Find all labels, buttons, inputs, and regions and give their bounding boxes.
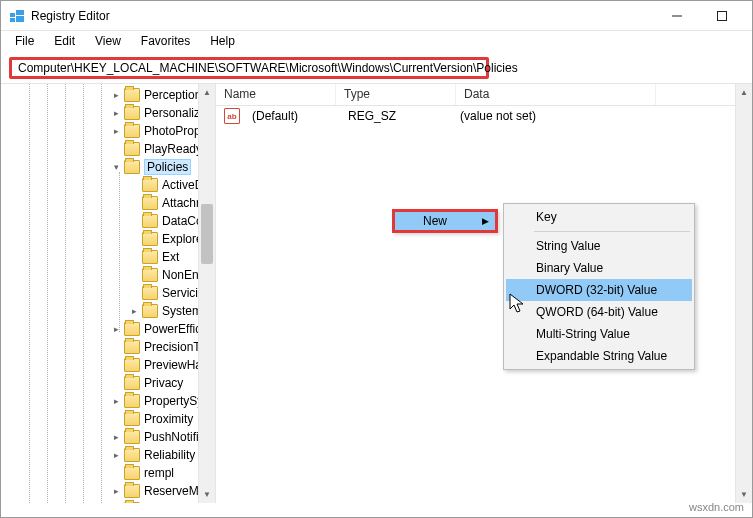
scroll-up-icon[interactable]: ▲	[199, 84, 215, 101]
tree-vertical-scrollbar[interactable]: ▲ ▼	[198, 84, 215, 503]
collapse-icon[interactable]: ▾	[111, 162, 122, 173]
maximize-button[interactable]	[699, 1, 744, 30]
scroll-down-icon[interactable]: ▼	[199, 486, 215, 503]
expand-icon[interactable]: ▸	[111, 396, 122, 407]
menu-item[interactable]: Binary Value	[506, 257, 692, 279]
tree-item[interactable]: Explorer	[1, 230, 215, 248]
folder-icon	[124, 502, 140, 503]
col-type[interactable]: Type	[336, 84, 456, 105]
tree-item[interactable]: ▸PropertySys	[1, 392, 215, 410]
tree-item[interactable]: ▸Reliability	[1, 446, 215, 464]
menu-item-label: Key	[536, 210, 557, 224]
folder-icon	[124, 394, 140, 408]
tree-content: ▸Perception!▸Personaliza▸PhotoPropePlayR…	[1, 84, 215, 503]
tree-item[interactable]: Servicing	[1, 284, 215, 302]
tree-leaf	[129, 198, 140, 209]
tree-item[interactable]: PreviewHan	[1, 356, 215, 374]
tree-item[interactable]: Privacy	[1, 374, 215, 392]
context-menu-primary[interactable]: New ▶	[392, 209, 498, 233]
col-name[interactable]: Name	[216, 84, 336, 105]
folder-icon	[124, 412, 140, 426]
tree-item[interactable]: ▸System	[1, 302, 215, 320]
expand-icon[interactable]: ▸	[111, 450, 122, 461]
menu-favorites[interactable]: Favorites	[133, 32, 198, 50]
tree-item[interactable]: Ext	[1, 248, 215, 266]
tree-item-label: System	[162, 304, 202, 318]
menu-item[interactable]: Expandable String Value	[506, 345, 692, 367]
tree-item[interactable]: rempl	[1, 464, 215, 482]
svg-rect-1	[10, 18, 15, 22]
tree-item-label: PlayReady	[144, 142, 202, 156]
expand-icon[interactable]: ▸	[129, 306, 140, 317]
tree-item[interactable]: NonEnu	[1, 266, 215, 284]
address-bar[interactable]: Computer\HKEY_LOCAL_MACHINE\SOFTWARE\Mic…	[9, 57, 489, 79]
menu-item[interactable]: Key	[506, 206, 692, 228]
tree-item-label: Privacy	[144, 376, 183, 390]
menu-item[interactable]: QWORD (64-bit) Value	[506, 301, 692, 323]
expand-icon[interactable]: ▸	[111, 126, 122, 137]
tree-leaf	[111, 342, 122, 353]
folder-icon	[124, 88, 140, 102]
folder-icon	[124, 484, 140, 498]
window-controls	[654, 1, 744, 30]
svg-rect-0	[10, 13, 15, 17]
tree-item[interactable]: Attachm	[1, 194, 215, 212]
tree-item[interactable]: RetailDemo	[1, 500, 215, 503]
tree-leaf	[111, 468, 122, 479]
expand-icon[interactable]: ▸	[111, 324, 122, 335]
titlebar: Registry Editor	[1, 1, 752, 31]
tree-pane[interactable]: ▸Perception!▸Personaliza▸PhotoPropePlayR…	[1, 84, 216, 503]
tree-leaf	[129, 252, 140, 263]
folder-icon	[142, 286, 158, 300]
tree-item[interactable]: ▸PhotoPrope	[1, 122, 215, 140]
tree-item[interactable]: PlayReady	[1, 140, 215, 158]
tree-leaf	[129, 216, 140, 227]
menu-help[interactable]: Help	[202, 32, 243, 50]
menu-view[interactable]: View	[87, 32, 129, 50]
tree-item[interactable]: ▸ReserveMa	[1, 482, 215, 500]
menu-file[interactable]: File	[7, 32, 42, 50]
expand-icon[interactable]: ▸	[111, 432, 122, 443]
tree-item-label: PushNotific	[144, 430, 205, 444]
minimize-button[interactable]	[654, 1, 699, 30]
tree-leaf	[111, 144, 122, 155]
expand-icon[interactable]: ▸	[111, 486, 122, 497]
svg-rect-2	[16, 10, 24, 15]
tree-item[interactable]: ▸Perception!	[1, 86, 215, 104]
list-vertical-scrollbar[interactable]: ▲ ▼	[735, 84, 752, 503]
list-row[interactable]: ab (Default) REG_SZ (value not set)	[216, 106, 752, 126]
folder-icon	[124, 376, 140, 390]
context-submenu-new[interactable]: KeyString ValueBinary ValueDWORD (32-bit…	[503, 203, 695, 370]
folder-icon	[124, 124, 140, 138]
tree-item[interactable]: DataCol	[1, 212, 215, 230]
tree-item[interactable]: ▸PushNotific	[1, 428, 215, 446]
tree-item[interactable]: ActiveDe	[1, 176, 215, 194]
menu-item[interactable]: Multi-String Value	[506, 323, 692, 345]
expand-icon[interactable]: ▸	[111, 90, 122, 101]
menu-edit[interactable]: Edit	[46, 32, 83, 50]
address-path: Computer\HKEY_LOCAL_MACHINE\SOFTWARE\Mic…	[18, 61, 518, 75]
scroll-up-icon[interactable]: ▲	[736, 84, 752, 101]
tree-item[interactable]: PrecisionTo	[1, 338, 215, 356]
tree-item[interactable]: ▸Personaliza	[1, 104, 215, 122]
menu-item[interactable]: String Value	[506, 235, 692, 257]
folder-icon	[142, 214, 158, 228]
svg-rect-3	[16, 16, 24, 22]
expand-icon[interactable]: ▸	[111, 108, 122, 119]
tree-leaf	[129, 180, 140, 191]
tree-item[interactable]: Proximity	[1, 410, 215, 428]
menu-item-label: String Value	[536, 239, 600, 253]
folder-icon	[124, 466, 140, 480]
menu-item-new[interactable]: New ▶	[395, 212, 495, 230]
tree-item-label: PrecisionTo	[144, 340, 206, 354]
tree-item-label: Perception!	[144, 88, 205, 102]
tree-leaf	[129, 234, 140, 245]
col-data[interactable]: Data	[456, 84, 656, 105]
cell-data: (value not set)	[452, 109, 544, 123]
tree-item[interactable]: ▾Policies	[1, 158, 215, 176]
menu-item[interactable]: DWORD (32-bit) Value	[506, 279, 692, 301]
menu-separator	[534, 231, 690, 232]
tree-item[interactable]: ▸PowerEffici	[1, 320, 215, 338]
scroll-thumb[interactable]	[201, 204, 213, 264]
folder-icon	[142, 196, 158, 210]
